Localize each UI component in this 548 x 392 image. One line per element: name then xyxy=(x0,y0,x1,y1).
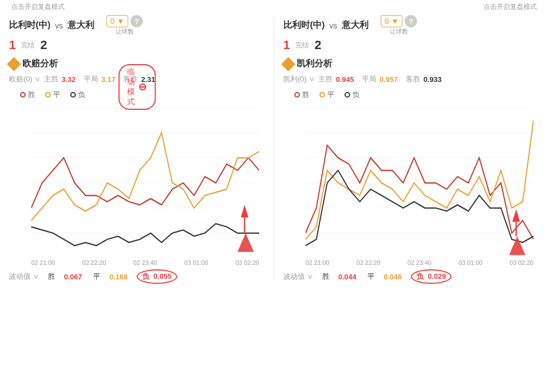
left-diamond-icon xyxy=(7,57,21,71)
left-draw-label: 平局 xyxy=(84,74,98,84)
left-bottom-win-label: 胜 xyxy=(48,272,55,282)
right-lose-dot xyxy=(345,92,350,98)
left-vs: vs xyxy=(55,21,63,30)
left-handicap-box[interactable]: 0 ▼ xyxy=(106,15,129,27)
left-handicap-label: 让球数 xyxy=(106,27,143,36)
left-legend-lose: 负 xyxy=(70,90,85,100)
right-bottom-draw-label: 平 xyxy=(367,272,375,282)
right-diamond-icon xyxy=(281,57,295,71)
right-stats-row: 凯利(0) ∨ 主胜 0.945 平局 0.957 客胜 0.933 xyxy=(283,72,539,86)
right-handicap-value: 0 xyxy=(385,17,389,26)
right-win-val: 0.945 xyxy=(336,75,355,84)
right-team2: 意大利 xyxy=(342,20,368,31)
right-draw-val: 0.957 xyxy=(380,75,398,84)
left-legend-win: 胜 xyxy=(20,90,35,100)
right-draw-dot xyxy=(319,92,325,98)
left-chart-container: 0.06 0.05 0.04 0.03 0.02 0.01 0 xyxy=(9,102,265,258)
right-chart: 0.03 0.025 0.02 0.015 0.01 0.005 0 xyxy=(305,108,534,258)
svg-marker-33 xyxy=(512,209,520,222)
svg-marker-14 xyxy=(237,233,254,252)
right-match-header: 比利时(中) vs 意大利 0 ▼ ? 让球数 xyxy=(283,12,539,37)
right-chart-container: 0.03 0.025 0.02 0.015 0.01 0.005 0 xyxy=(283,102,539,258)
left-bottom-draw-label: 平 xyxy=(93,272,100,282)
right-legend-draw: 平 xyxy=(319,90,334,100)
right-help-button[interactable]: ? xyxy=(405,15,417,27)
right-bottom-win-val: 0.044 xyxy=(338,273,357,281)
right-odds-label[interactable]: 凯利(0) ∨ xyxy=(283,74,315,84)
left-handicap-dropdown-icon: ▼ xyxy=(117,17,124,26)
left-legend-draw: 平 xyxy=(45,90,60,100)
right-panel: 比利时(中) vs 意大利 0 ▼ ? 让球数 1 完结 2 xyxy=(274,12,548,286)
right-handicap-dropdown-icon: ▼ xyxy=(391,17,399,26)
right-bottom-lose-circled: 负 0.029 xyxy=(411,269,452,284)
right-replay-hint[interactable]: 点击开启复盘模式 xyxy=(483,2,537,12)
right-score2: 2 xyxy=(314,38,321,52)
left-match-header: 比利时(中) vs 意大利 0 ▼ ? 让球数 xyxy=(9,12,265,37)
left-score1: 1 xyxy=(9,38,16,52)
left-handicap-value: 0 xyxy=(110,17,115,26)
right-bottom-draw-val: 0.046 xyxy=(384,273,402,281)
left-chart: 0.06 0.05 0.04 0.03 0.02 0.01 0 xyxy=(31,108,259,258)
right-analysis-title: 凯利分析 xyxy=(283,58,332,70)
right-bottom-row: 波动值 ∨ 胜 0.044 平 0.046 负 0.029 xyxy=(283,266,539,286)
left-analysis-title: 欧赔分析 xyxy=(9,58,58,70)
left-status: 完结 xyxy=(21,41,35,50)
svg-marker-16 xyxy=(241,205,249,217)
mode-minus-icon: ⊖ xyxy=(138,81,147,93)
left-win-label: 主胜 xyxy=(44,74,59,84)
left-panel: 比利时(中) vs 意大利 0 ▼ ? 让球数 1 完结 2 xyxy=(0,12,274,286)
right-team1: 比利时(中) xyxy=(283,20,325,31)
left-score2: 2 xyxy=(40,38,47,52)
right-volatility-label[interactable]: 波动值 ∨ xyxy=(283,272,313,282)
left-lose-dot xyxy=(70,92,76,98)
right-draw-label: 平局 xyxy=(362,74,376,84)
left-win-dot xyxy=(20,92,26,98)
right-win-label: 主胜 xyxy=(318,74,333,84)
left-bottom-row: 波动值 ∨ 胜 0.067 平 0.168 负 0.055 xyxy=(9,266,265,286)
right-legend-lose: 负 xyxy=(345,90,360,100)
right-win-dot xyxy=(294,92,300,98)
left-draw-val: 3.17 xyxy=(101,75,115,84)
right-legend-win: 胜 xyxy=(294,90,309,100)
left-replay-hint[interactable]: 点击开启复盘模式 xyxy=(11,2,65,12)
right-handicap-label: 让球数 xyxy=(381,27,418,36)
right-lose-val: 0.933 xyxy=(424,75,442,84)
right-bottom-win-label: 胜 xyxy=(322,272,329,282)
left-team2: 意大利 xyxy=(67,20,94,31)
right-status: 完结 xyxy=(295,41,309,50)
right-score1: 1 xyxy=(283,38,290,52)
right-lose-label: 客胜 xyxy=(406,74,420,84)
left-bottom-win-val: 0.067 xyxy=(64,273,83,281)
left-help-button[interactable]: ? xyxy=(130,15,143,27)
left-bottom-draw-val: 0.168 xyxy=(109,273,128,281)
left-bottom-lose-circled: 负 0.055 xyxy=(137,269,177,284)
right-handicap-box[interactable]: 0 ▼ xyxy=(381,15,403,27)
right-vs: vs xyxy=(329,21,337,30)
left-odds-label[interactable]: 欧赔(0) ∨ xyxy=(9,74,41,84)
right-legend: 胜 平 负 xyxy=(283,86,539,102)
left-team1: 比利时(中) xyxy=(9,20,51,31)
left-win-val: 3.32 xyxy=(62,75,76,84)
left-volatility-label[interactable]: 波动值 ∨ xyxy=(9,272,39,282)
left-draw-dot xyxy=(45,92,51,98)
